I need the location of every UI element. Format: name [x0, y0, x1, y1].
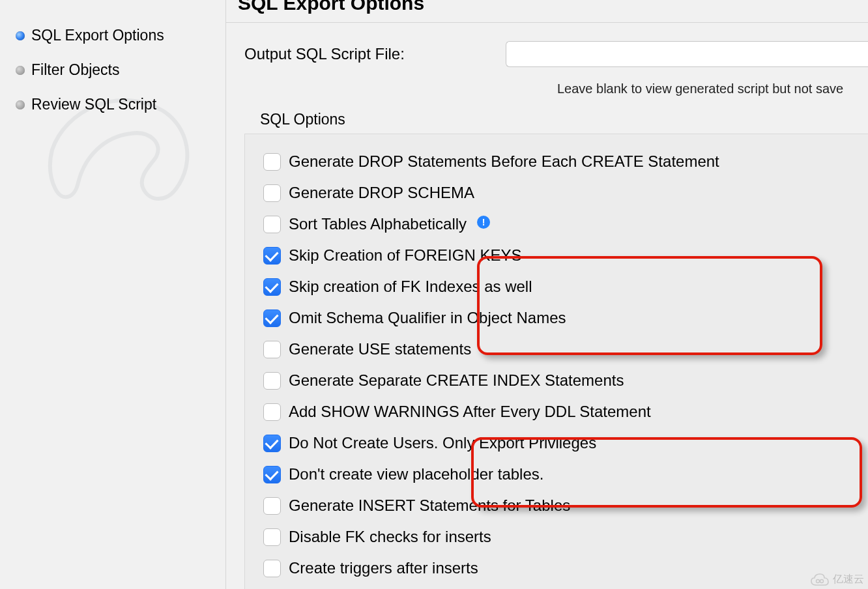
- checkbox[interactable]: [263, 278, 281, 296]
- sql-options-panel: Generate DROP Statements Before Each CRE…: [244, 134, 868, 589]
- bullet-icon: [16, 66, 25, 75]
- checkbox[interactable]: [263, 341, 281, 358]
- cloud-icon: [811, 573, 829, 586]
- output-file-label: Output SQL Script File:: [244, 45, 405, 63]
- svg-point-0: [817, 579, 820, 582]
- checkbox[interactable]: [263, 309, 281, 327]
- sidebar: SQL Export Options Filter Objects Review…: [0, 0, 225, 589]
- option-label: Generate DROP Statements Before Each CRE…: [289, 152, 719, 171]
- checkbox[interactable]: [263, 528, 281, 546]
- option-omit-schema-qualifier: Omit Schema Qualifier in Object Names: [263, 302, 856, 334]
- sidebar-item-label: Review SQL Script: [31, 96, 156, 113]
- option-skip-foreign-keys: Skip Creation of FOREIGN KEYS: [263, 240, 856, 271]
- checkbox[interactable]: [263, 372, 281, 390]
- option-label: Skip creation of FK Indexes as well: [289, 278, 532, 296]
- option-disable-fk-checks: Disable FK checks for inserts: [263, 521, 856, 553]
- option-do-not-create-users: Do Not Create Users. Only Export Privile…: [263, 427, 856, 459]
- option-label: Omit Schema Qualifier in Object Names: [289, 309, 566, 327]
- output-file-input[interactable]: [506, 41, 868, 67]
- checkbox[interactable]: [263, 153, 281, 171]
- option-generate-drop-schema: Generate DROP SCHEMA: [263, 177, 856, 208]
- sidebar-item-sql-export-options[interactable]: SQL Export Options: [12, 18, 214, 53]
- content-area: Output SQL Script File: Leave blank to v…: [226, 22, 868, 589]
- option-generate-drop-statements: Generate DROP Statements Before Each CRE…: [263, 146, 856, 177]
- checkbox[interactable]: [263, 466, 281, 483]
- checkbox[interactable]: [263, 184, 281, 202]
- option-label: Sort Tables Alphabetically: [289, 215, 467, 233]
- page-title: SQL Export Options: [226, 0, 868, 22]
- option-label: Generate INSERT Statements for Tables: [289, 496, 570, 515]
- bullet-icon: [16, 100, 25, 109]
- output-file-row: Output SQL Script File:: [244, 41, 868, 75]
- option-add-show-warnings: Add SHOW WARNINGS After Every DDL Statem…: [263, 396, 856, 427]
- option-generate-use-statements: Generate USE statements: [263, 334, 856, 365]
- bullet-icon: [16, 31, 25, 40]
- option-label: Don't create view placeholder tables.: [289, 465, 543, 483]
- sidebar-item-label: Filter Objects: [31, 61, 119, 79]
- sql-options-label: SQL Options: [244, 111, 868, 134]
- sidebar-item-label: SQL Export Options: [31, 27, 164, 44]
- option-label: Add SHOW WARNINGS After Every DDL Statem…: [289, 403, 651, 421]
- checkbox[interactable]: [263, 216, 281, 233]
- option-label: Create triggers after inserts: [289, 559, 478, 577]
- option-generate-separate-create-index: Generate Separate CREATE INDEX Statement…: [263, 365, 856, 396]
- option-skip-fk-indexes: Skip creation of FK Indexes as well: [263, 271, 856, 302]
- option-generate-insert-statements: Generate INSERT Statements for Tables: [263, 490, 856, 521]
- option-dont-create-view-placeholder: Don't create view placeholder tables.: [263, 459, 856, 490]
- option-label: Generate DROP SCHEMA: [289, 184, 474, 202]
- option-label: Disable FK checks for inserts: [289, 528, 491, 546]
- option-label: Skip Creation of FOREIGN KEYS: [289, 246, 521, 265]
- checkbox[interactable]: [263, 560, 281, 577]
- info-icon[interactable]: !: [477, 216, 490, 229]
- option-sort-tables-alphabetically: Sort Tables Alphabetically !: [263, 208, 856, 240]
- option-label: Generate USE statements: [289, 340, 471, 358]
- svg-point-1: [820, 579, 824, 582]
- main-panel: SQL Export Options Output SQL Script Fil…: [225, 0, 868, 589]
- option-label: Do Not Create Users. Only Export Privile…: [289, 434, 596, 452]
- sidebar-item-review-sql-script[interactable]: Review SQL Script: [12, 87, 214, 122]
- output-file-hint: Leave blank to view generated script but…: [244, 75, 868, 111]
- checkbox[interactable]: [263, 247, 281, 265]
- checkbox[interactable]: [263, 435, 281, 452]
- option-create-triggers: Create triggers after inserts: [263, 553, 856, 584]
- checkbox[interactable]: [263, 403, 281, 421]
- sidebar-item-filter-objects[interactable]: Filter Objects: [12, 53, 214, 87]
- watermark: 亿速云: [811, 573, 864, 586]
- checkbox[interactable]: [263, 497, 281, 515]
- option-label: Generate Separate CREATE INDEX Statement…: [289, 371, 624, 390]
- watermark-text: 亿速云: [833, 573, 864, 586]
